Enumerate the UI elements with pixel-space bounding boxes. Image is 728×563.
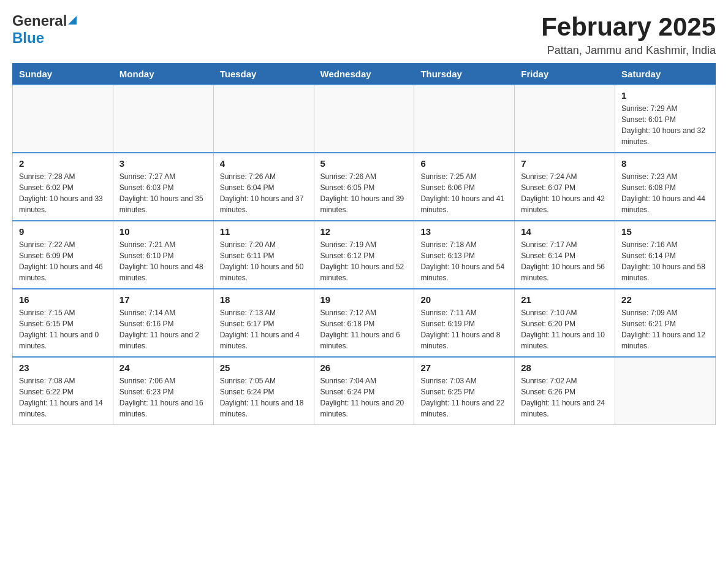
day-info: Sunrise: 7:22 AMSunset: 6:09 PMDaylight:… — [19, 239, 107, 283]
day-info: Sunrise: 7:26 AMSunset: 6:04 PMDaylight:… — [220, 171, 308, 215]
calendar-table: SundayMondayTuesdayWednesdayThursdayFrid… — [12, 63, 716, 425]
day-info: Sunrise: 7:16 AMSunset: 6:14 PMDaylight:… — [621, 239, 709, 283]
calendar-week-row: 23Sunrise: 7:08 AMSunset: 6:22 PMDayligh… — [13, 357, 716, 425]
calendar-cell: 13Sunrise: 7:18 AMSunset: 6:13 PMDayligh… — [414, 221, 515, 289]
day-of-week-header: Monday — [113, 64, 213, 85]
calendar-cell: 27Sunrise: 7:03 AMSunset: 6:25 PMDayligh… — [414, 357, 515, 425]
logo-triangle-icon — [68, 15, 77, 27]
day-info: Sunrise: 7:17 AMSunset: 6:14 PMDaylight:… — [521, 239, 609, 283]
day-number: 13 — [420, 226, 508, 237]
day-of-week-header: Wednesday — [314, 64, 414, 85]
day-number: 6 — [420, 158, 508, 169]
calendar-cell: 25Sunrise: 7:05 AMSunset: 6:24 PMDayligh… — [213, 357, 314, 425]
calendar-cell: 15Sunrise: 7:16 AMSunset: 6:14 PMDayligh… — [615, 221, 716, 289]
day-number: 2 — [19, 158, 107, 169]
page-header: General Blue February 2025 Pattan, Jammu… — [12, 12, 716, 57]
day-info: Sunrise: 7:25 AMSunset: 6:06 PMDaylight:… — [420, 171, 508, 215]
calendar-week-row: 16Sunrise: 7:15 AMSunset: 6:15 PMDayligh… — [13, 289, 716, 357]
calendar-cell: 28Sunrise: 7:02 AMSunset: 6:26 PMDayligh… — [515, 357, 615, 425]
day-info: Sunrise: 7:21 AMSunset: 6:10 PMDaylight:… — [119, 239, 207, 283]
day-number: 25 — [220, 362, 308, 373]
calendar-week-row: 2Sunrise: 7:28 AMSunset: 6:02 PMDaylight… — [13, 153, 716, 221]
day-number: 3 — [119, 158, 207, 169]
calendar-cell: 24Sunrise: 7:06 AMSunset: 6:23 PMDayligh… — [113, 357, 213, 425]
day-number: 22 — [621, 294, 709, 305]
day-number: 24 — [119, 362, 207, 373]
day-info: Sunrise: 7:24 AMSunset: 6:07 PMDaylight:… — [521, 171, 609, 215]
calendar-cell: 5Sunrise: 7:26 AMSunset: 6:05 PMDaylight… — [314, 153, 414, 221]
day-info: Sunrise: 7:14 AMSunset: 6:16 PMDaylight:… — [119, 307, 207, 351]
day-number: 26 — [320, 362, 408, 373]
day-info: Sunrise: 7:28 AMSunset: 6:02 PMDaylight:… — [19, 171, 107, 215]
day-info: Sunrise: 7:13 AMSunset: 6:17 PMDaylight:… — [220, 307, 308, 351]
day-info: Sunrise: 7:03 AMSunset: 6:25 PMDaylight:… — [420, 375, 508, 419]
day-info: Sunrise: 7:26 AMSunset: 6:05 PMDaylight:… — [320, 171, 408, 215]
calendar-cell — [414, 85, 515, 153]
day-info: Sunrise: 7:23 AMSunset: 6:08 PMDaylight:… — [621, 171, 709, 215]
title-area: February 2025 Pattan, Jammu and Kashmir,… — [541, 12, 716, 57]
calendar-cell: 1Sunrise: 7:29 AMSunset: 6:01 PMDaylight… — [615, 85, 716, 153]
calendar-cell: 16Sunrise: 7:15 AMSunset: 6:15 PMDayligh… — [13, 289, 113, 357]
calendar-cell — [113, 85, 213, 153]
calendar-cell — [314, 85, 414, 153]
logo-blue: Blue — [12, 29, 44, 47]
day-info: Sunrise: 7:15 AMSunset: 6:15 PMDaylight:… — [19, 307, 107, 351]
calendar-cell — [13, 85, 113, 153]
day-number: 15 — [621, 226, 709, 237]
day-number: 21 — [521, 294, 609, 305]
day-info: Sunrise: 7:12 AMSunset: 6:18 PMDaylight:… — [320, 307, 408, 351]
day-of-week-header: Friday — [515, 64, 615, 85]
day-info: Sunrise: 7:10 AMSunset: 6:20 PMDaylight:… — [521, 307, 609, 351]
svg-marker-0 — [68, 16, 77, 25]
day-info: Sunrise: 7:27 AMSunset: 6:03 PMDaylight:… — [119, 171, 207, 215]
day-number: 8 — [621, 158, 709, 169]
day-info: Sunrise: 7:05 AMSunset: 6:24 PMDaylight:… — [220, 375, 308, 419]
day-info: Sunrise: 7:20 AMSunset: 6:11 PMDaylight:… — [220, 239, 308, 283]
calendar-cell: 23Sunrise: 7:08 AMSunset: 6:22 PMDayligh… — [13, 357, 113, 425]
day-number: 17 — [119, 294, 207, 305]
calendar-cell: 10Sunrise: 7:21 AMSunset: 6:10 PMDayligh… — [113, 221, 213, 289]
day-number: 4 — [220, 158, 308, 169]
day-info: Sunrise: 7:09 AMSunset: 6:21 PMDaylight:… — [621, 307, 709, 351]
day-number: 5 — [320, 158, 408, 169]
calendar-cell: 6Sunrise: 7:25 AMSunset: 6:06 PMDaylight… — [414, 153, 515, 221]
day-info: Sunrise: 7:19 AMSunset: 6:12 PMDaylight:… — [320, 239, 408, 283]
day-number: 19 — [320, 294, 408, 305]
calendar-cell: 21Sunrise: 7:10 AMSunset: 6:20 PMDayligh… — [515, 289, 615, 357]
day-number: 10 — [119, 226, 207, 237]
calendar-week-row: 9Sunrise: 7:22 AMSunset: 6:09 PMDaylight… — [13, 221, 716, 289]
day-info: Sunrise: 7:02 AMSunset: 6:26 PMDaylight:… — [521, 375, 609, 419]
calendar-header-row: SundayMondayTuesdayWednesdayThursdayFrid… — [13, 64, 716, 85]
calendar-cell: 14Sunrise: 7:17 AMSunset: 6:14 PMDayligh… — [515, 221, 615, 289]
day-info: Sunrise: 7:11 AMSunset: 6:19 PMDaylight:… — [420, 307, 508, 351]
calendar-cell: 17Sunrise: 7:14 AMSunset: 6:16 PMDayligh… — [113, 289, 213, 357]
calendar-cell: 7Sunrise: 7:24 AMSunset: 6:07 PMDaylight… — [515, 153, 615, 221]
day-of-week-header: Saturday — [615, 64, 716, 85]
day-of-week-header: Tuesday — [213, 64, 314, 85]
day-number: 20 — [420, 294, 508, 305]
location-title: Pattan, Jammu and Kashmir, India — [541, 44, 716, 57]
day-number: 16 — [19, 294, 107, 305]
calendar-cell — [515, 85, 615, 153]
day-number: 27 — [420, 362, 508, 373]
month-title: February 2025 — [541, 12, 716, 42]
calendar-week-row: 1Sunrise: 7:29 AMSunset: 6:01 PMDaylight… — [13, 85, 716, 153]
day-info: Sunrise: 7:04 AMSunset: 6:24 PMDaylight:… — [320, 375, 408, 419]
day-info: Sunrise: 7:08 AMSunset: 6:22 PMDaylight:… — [19, 375, 107, 419]
day-info: Sunrise: 7:29 AMSunset: 6:01 PMDaylight:… — [621, 103, 709, 147]
calendar-cell: 19Sunrise: 7:12 AMSunset: 6:18 PMDayligh… — [314, 289, 414, 357]
day-number: 7 — [521, 158, 609, 169]
day-of-week-header: Sunday — [13, 64, 113, 85]
calendar-cell: 8Sunrise: 7:23 AMSunset: 6:08 PMDaylight… — [615, 153, 716, 221]
calendar-cell: 26Sunrise: 7:04 AMSunset: 6:24 PMDayligh… — [314, 357, 414, 425]
calendar-cell: 2Sunrise: 7:28 AMSunset: 6:02 PMDaylight… — [13, 153, 113, 221]
day-number: 23 — [19, 362, 107, 373]
day-number: 14 — [521, 226, 609, 237]
day-number: 1 — [621, 90, 709, 101]
day-number: 9 — [19, 226, 107, 237]
calendar-cell: 4Sunrise: 7:26 AMSunset: 6:04 PMDaylight… — [213, 153, 314, 221]
calendar-cell: 20Sunrise: 7:11 AMSunset: 6:19 PMDayligh… — [414, 289, 515, 357]
calendar-cell: 3Sunrise: 7:27 AMSunset: 6:03 PMDaylight… — [113, 153, 213, 221]
calendar-cell: 11Sunrise: 7:20 AMSunset: 6:11 PMDayligh… — [213, 221, 314, 289]
day-number: 18 — [220, 294, 308, 305]
